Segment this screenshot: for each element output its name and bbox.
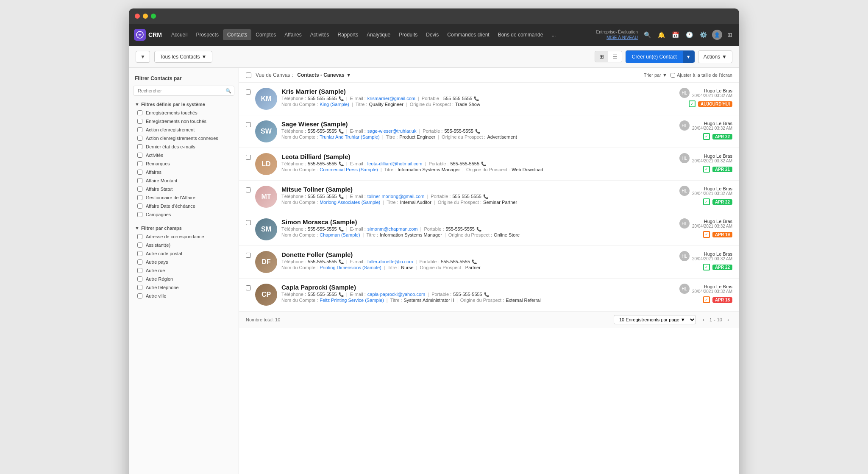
mobile-icon-1[interactable]: 📞 [475,129,480,134]
fit-screen-checkbox[interactable] [670,73,675,78]
fit-screen-toggle[interactable]: Ajuster à la taille de l'écran [670,72,732,78]
contact-select-2[interactable] [246,155,251,160]
nav-affaires[interactable]: Affaires [280,29,306,40]
nav-produits[interactable]: Produits [395,29,422,40]
nav-analytique[interactable]: Analytique [362,29,395,40]
mobile-icon-5[interactable]: 📞 [472,259,477,264]
grid-icon[interactable]: ⊞ [726,31,734,39]
checkbox-autre-region[interactable] [137,276,142,282]
mobile-icon-0[interactable]: 📞 [474,96,479,101]
check-badge-0[interactable]: ✓ [689,100,696,107]
nav-commandes[interactable]: Commandes client [443,29,493,40]
checkbox-affaire-montant[interactable] [137,178,142,183]
select-all-checkbox[interactable] [246,72,251,78]
nav-rapports[interactable]: Rapports [333,29,362,40]
checkbox-autre-code-postal[interactable] [137,251,142,256]
list-view-button[interactable]: ☰ [608,51,622,62]
system-filters-header[interactable]: ▼ Filtres définis par le système [129,98,239,109]
phone-icon-0[interactable]: 📞 [339,96,344,101]
checkbox-enr-non-touches[interactable] [137,119,142,124]
contact-select-0[interactable] [246,89,251,95]
checkbox-campagnes[interactable] [137,212,142,217]
checkbox-autre-pays[interactable] [137,259,142,265]
filter-button[interactable]: ▼ [136,51,150,63]
sidebar-item-adresse-corresp[interactable]: Adresse de correspondance [129,232,239,241]
bell-icon[interactable]: 🔔 [656,31,667,39]
canvas-dropdown[interactable]: Contacts - Canevas ▼ [297,72,351,78]
sidebar-item-autre-code-postal[interactable]: Autre code postal [129,249,239,258]
checkbox-affaire-date[interactable] [137,204,142,209]
contact-select-6[interactable] [246,285,251,290]
sidebar-item-autre-pays[interactable]: Autre pays [129,258,239,266]
settings-icon[interactable]: ⚙️ [698,31,709,39]
sidebar-item-assistant[interactable]: Assistant(e) [129,241,239,249]
contact-name-6[interactable]: Capla Paprocki (Sample) [281,284,660,291]
nav-activites[interactable]: Activités [306,29,334,40]
phone-icon-1[interactable]: 📞 [339,129,344,134]
search-icon[interactable]: 🔍 [642,31,653,39]
user-icon[interactable]: 👤 [712,30,722,40]
nav-accueil[interactable]: Accueil [167,29,192,40]
sort-button[interactable]: Trier par ▼ [644,72,667,78]
sidebar-item-dernier-etat[interactable]: Dernier état des e-mails [129,142,239,151]
checkbox-affaires[interactable] [137,170,142,175]
checkbox-autre-rue[interactable] [137,268,142,273]
minimize-button[interactable] [143,14,148,19]
nav-prospects[interactable]: Prospects [192,29,223,40]
sidebar-item-autre-region[interactable]: Autre Région [129,275,239,283]
phone-icon-3[interactable]: 📞 [339,194,344,199]
sidebar-item-affaire-statut[interactable]: Affaire Statut [129,185,239,193]
mobile-icon-2[interactable]: 📞 [481,162,486,166]
nav-bons[interactable]: Bons de commande [494,29,548,40]
nav-contacts[interactable]: Contacts [223,29,251,40]
checkbox-adresse-corresp[interactable] [137,234,142,239]
close-button[interactable] [135,14,140,19]
grid-view-button[interactable]: ⊞ [595,51,608,62]
checkbox-dernier-etat[interactable] [137,144,142,149]
contact-select-4[interactable] [246,220,251,225]
sidebar-item-campagnes[interactable]: Campagnes [129,210,239,219]
sidebar-item-autre-rue[interactable]: Autre rue [129,266,239,275]
sidebar-item-affaire-date[interactable]: Affaire Date d'échéance [129,202,239,210]
phone-icon-2[interactable]: 📞 [339,162,344,166]
checkbox-activites[interactable] [137,153,142,158]
sidebar-item-enr-non-touches[interactable]: Enregistrements non touchés [129,117,239,125]
contact-name-0[interactable]: Kris Marrier (Sample) [281,88,660,95]
mobile-icon-3[interactable]: 📞 [483,194,488,199]
fullscreen-button[interactable] [151,14,156,19]
checkbox-remarques[interactable] [137,161,142,166]
mobile-icon-6[interactable]: 📞 [484,292,489,297]
checkbox-gestion-affaire[interactable] [137,195,142,200]
check-badge-2[interactable]: ✓ [703,166,710,173]
create-contact-dropdown-button[interactable]: ▼ [683,51,694,63]
check-badge-5[interactable]: ✓ [703,264,710,270]
checkbox-action-enr[interactable] [137,127,142,132]
upgrade-link[interactable]: MISE À NIVEAU [606,35,638,40]
nav-devis[interactable]: Devis [422,29,443,40]
per-page-select[interactable]: 10 Enregistrements par page ▼ [614,315,696,324]
sidebar-item-enr-touches[interactable]: Enregistrements touchés [129,109,239,117]
nav-comptes[interactable]: Comptes [251,29,280,40]
contact-name-3[interactable]: Mitsue Tollner (Sample) [281,186,660,193]
prev-page-button[interactable]: ‹ [699,315,708,324]
checkbox-autre-telephone[interactable] [137,285,142,290]
checkbox-action-enr-conn[interactable] [137,136,142,141]
contact-name-4[interactable]: Simon Morasca (Sample) [281,218,660,226]
sidebar-item-action-enr[interactable]: Action d'enregistrement [129,125,239,134]
sidebar-item-autre-ville[interactable]: Autre ville [129,292,239,300]
field-filters-header[interactable]: ▼ Filtrer par champs [129,222,239,232]
phone-icon-6[interactable]: 📞 [339,292,344,297]
mobile-icon-4[interactable]: 📞 [476,227,481,231]
sidebar-item-affaires[interactable]: Affaires [129,168,239,176]
next-page-button[interactable]: › [724,315,732,324]
phone-icon-4[interactable]: 📞 [339,227,344,231]
sidebar-item-activites[interactable]: Activités [129,151,239,159]
check-badge-6[interactable]: ✓ [703,296,710,303]
actions-button[interactable]: Actions ▼ [698,50,732,63]
phone-icon-5[interactable]: 📞 [339,259,344,264]
clock-icon[interactable]: 🕐 [684,31,695,39]
checkbox-enr-touches[interactable] [137,110,142,115]
contact-select-5[interactable] [246,253,251,258]
sidebar-item-remarques[interactable]: Remarques [129,159,239,168]
checkbox-affaire-statut[interactable] [137,187,142,192]
